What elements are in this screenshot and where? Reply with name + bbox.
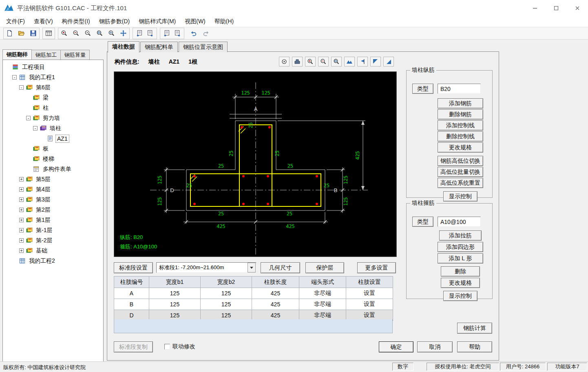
tree-expander[interactable]: + [19,208,24,212]
dropdown-arrow-icon[interactable] [248,263,256,272]
drawing-canvas[interactable]: 125 125 A 25 25 25 425 125 125 125 125 D… [114,71,397,257]
tree-expander[interactable]: - [33,126,38,131]
long-type-field[interactable]: B20 [438,84,481,94]
tab-rebar-schedule[interactable]: 钢筋配料单 [140,42,178,52]
magnifier-button[interactable] [82,29,93,38]
rebar-high-low-toggle-button[interactable]: 钢筋高低位切换 [438,156,483,166]
tree-expander[interactable]: + [19,197,24,202]
center-mark-button[interactable] [279,57,290,66]
cell-limb-id[interactable]: A [114,288,149,299]
cell-settings-button[interactable]: 设置 [346,288,393,299]
menu-window[interactable]: 视图(W) [180,17,210,26]
save-button[interactable] [28,29,39,38]
component-form-button[interactable] [43,29,54,38]
add-control-line-button[interactable]: 添加控制线 [438,120,483,131]
zoom-out-button[interactable] [71,29,82,38]
delete-stirrup-button[interactable]: 删除 [441,266,480,277]
cell-limb-length[interactable]: 425 [252,288,299,299]
tree-item-beam[interactable]: 梁 [3,93,103,103]
menu-file[interactable]: 文件(F) [2,17,29,26]
cell-limb-length[interactable]: 425 [252,299,299,310]
long-type-button[interactable]: 类型 [412,84,433,94]
tree-item-project2[interactable]: 我的工程2 [3,256,103,266]
tab-rebar-position-diagram[interactable]: 钢筋位置示意图 [179,42,228,52]
high-low-system-reset-button[interactable]: 高低位系统重置 [438,178,483,188]
tree-item-foundation[interactable]: +基础 [3,246,103,256]
canvas-zoom-window-button[interactable] [331,57,342,66]
next-view-button[interactable] [172,29,183,38]
menu-rebar-styles[interactable]: 钢筋样式库(M) [134,17,180,26]
ok-button[interactable]: 确定 [379,341,413,352]
tab-rebar-quantity[interactable]: 钢筋算量 [60,50,90,60]
rotate-view-button[interactable] [383,57,394,66]
tree-item-project-root[interactable]: 工程项目 [3,62,103,72]
link-edit-label[interactable]: 联动修改 [172,343,195,350]
tree-item-floor2[interactable]: +第2层 [3,205,103,215]
menu-help[interactable]: 帮助(H) [210,17,238,26]
cell-settings-button[interactable]: 设置 [346,299,393,310]
prev-component-button[interactable] [133,29,144,38]
more-settings-button[interactable]: 更多设置 [357,262,396,273]
segment-select[interactable]: 标准段1: -7.200m~21.600m [156,262,256,273]
tab-rebar-processing[interactable]: 钢筋加工 [31,50,61,60]
cover-layer-button[interactable]: 保护层 [305,262,344,273]
tree-item-floor1[interactable]: +第1层 [3,215,103,225]
tree-item-stairs[interactable]: 楼梯 [3,154,103,164]
cell-end-type[interactable]: 非尽端 [299,299,346,310]
tab-rebar-detailing[interactable]: 钢筋翻样 [2,49,32,60]
prev-view-button[interactable] [161,29,172,38]
tree-expander[interactable]: + [19,187,24,192]
tree-expander[interactable]: - [12,75,17,80]
add-quadrilateral-button[interactable]: 添加四边形 [438,242,483,252]
menu-rebar-params[interactable]: 钢筋参数(D) [95,17,134,26]
change-spec-button[interactable]: 更改规格 [438,142,483,153]
new-button[interactable] [4,29,15,38]
help-button[interactable]: 帮助 [457,341,492,352]
tree-expander[interactable]: + [19,218,24,222]
tree-expander[interactable]: + [19,238,24,243]
add-rebar-button[interactable]: 添加钢筋 [438,98,483,108]
stirrup-type-button[interactable]: 类型 [412,217,433,227]
redo-button[interactable] [201,29,212,38]
menu-view[interactable]: 查看(V) [29,17,57,26]
cell-width-b1[interactable]: 125 [149,299,201,310]
close-button[interactable] [567,0,588,16]
undo-button[interactable] [188,29,199,38]
zoom-extents-button[interactable] [106,29,117,38]
tree-item-floor4[interactable]: +第4层 [3,184,103,195]
tree-item-az1[interactable]: AZ1 [3,133,103,144]
tree-item-floor3[interactable]: +第3层 [3,195,103,205]
cell-width-b2[interactable]: 125 [201,299,252,310]
tree-expander[interactable]: + [19,248,24,253]
tree-item-floor5[interactable]: +第5层 [3,174,103,184]
copy-standard-segment-button[interactable]: 标准段复制 [114,341,153,352]
next-component-button[interactable] [145,29,156,38]
cell-width-b2[interactable]: 125 [201,288,252,299]
stirrup-type-field[interactable]: A10@100 [438,217,481,227]
tree-item-multi-component-form[interactable]: 多构件表单 [3,164,103,174]
zoom-in-button[interactable] [59,29,70,38]
tree-expander[interactable]: - [26,116,31,120]
tree-item-slab[interactable]: 板 [3,144,103,154]
canvas-zoom-out-button[interactable] [318,57,329,66]
delete-rebar-button[interactable]: 删除钢筋 [438,109,483,120]
zoom-window-button[interactable] [94,29,105,38]
pan-button[interactable] [118,29,129,38]
canvas-zoom-extents-button[interactable] [344,57,355,66]
plot-button[interactable] [292,57,303,66]
cell-width-b1[interactable]: 125 [149,288,201,299]
tree-item-floor6[interactable]: -第6层 [3,82,103,93]
canvas-zoom-in-button[interactable] [305,57,316,66]
stirrup-display-control-button[interactable]: 显示控制 [443,291,477,301]
rebar-calculate-button[interactable]: 钢筋计算 [457,323,492,334]
mirror-horizontal-button[interactable] [357,57,368,66]
maximize-button[interactable] [546,0,567,16]
open-button[interactable] [16,29,27,38]
standard-segment-settings-button[interactable]: 标准段设置 [114,262,153,273]
tree-item-shear-wall[interactable]: -剪力墙 [3,113,103,123]
add-tie-button[interactable]: 添加拉筋 [439,230,482,241]
cancel-button[interactable]: 取消 [417,341,453,352]
high-low-batch-toggle-button[interactable]: 高低位批量切换 [438,167,483,177]
tree-item-column[interactable]: 柱 [3,103,103,113]
add-l-shape-button[interactable]: 添加 L 形 [438,253,483,264]
